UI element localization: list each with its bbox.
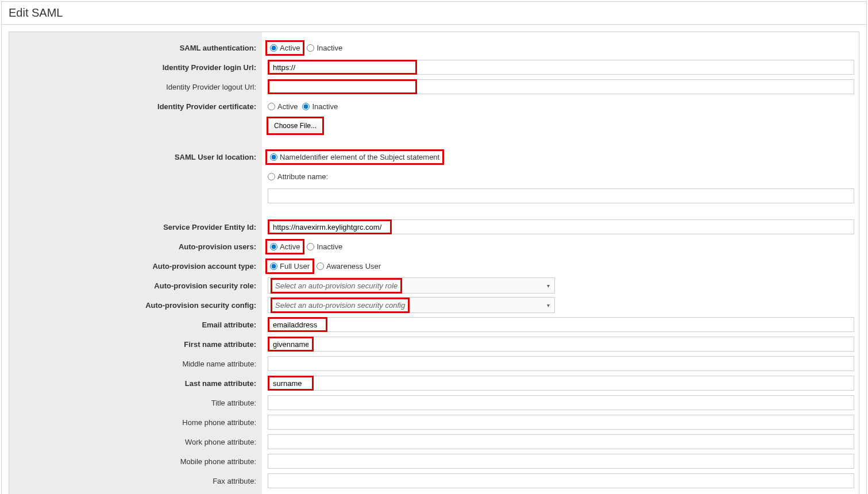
- choose-file-button[interactable]: Choose File...: [268, 118, 323, 134]
- page-title: Edit SAML: [2, 2, 866, 25]
- label-title-attr: Title attribute:: [211, 399, 256, 407]
- auto-prov-account-fulluser-group: Full User: [268, 261, 312, 272]
- label-first-name-attr: First name attribute:: [184, 340, 256, 349]
- idp-logout-input[interactable]: [268, 79, 417, 94]
- auto-prov-users-active-label: Active: [280, 242, 300, 251]
- email-attr-input[interactable]: [268, 317, 327, 332]
- userid-nameidentifier-group: NameIdentifier element of the Subject st…: [268, 152, 442, 163]
- security-role-value: Select an auto-provision security role: [273, 280, 400, 291]
- saml-auth-active-radio[interactable]: [270, 44, 277, 52]
- home-phone-attr-input[interactable]: [268, 415, 854, 430]
- label-saml-auth: SAML authentication:: [180, 44, 256, 52]
- first-name-attr-input[interactable]: [268, 337, 314, 352]
- field-column: Active Inactive Active Inactive Choose F…: [262, 32, 859, 494]
- label-home-phone-attr: Home phone attribute:: [182, 418, 256, 427]
- auto-prov-account-awareness-radio[interactable]: [317, 263, 324, 270]
- idp-login-input-ext[interactable]: [417, 60, 854, 75]
- middle-name-attr-input[interactable]: [268, 356, 854, 371]
- auto-prov-account-fulluser-label: Full User: [280, 262, 310, 271]
- label-idp-cert: Identity Provider certificate:: [157, 102, 256, 111]
- sp-entity-input[interactable]: [268, 219, 392, 234]
- saml-auth-active-group: Active: [268, 43, 302, 53]
- auto-prov-account-awareness-label: Awareness User: [326, 262, 381, 271]
- security-role-select[interactable]: Select an auto-provision security role ▾: [268, 277, 555, 294]
- idp-cert-inactive-radio[interactable]: [302, 103, 310, 110]
- last-name-attr-input-ext[interactable]: [314, 376, 854, 391]
- label-sp-entity: Service Provider Entity Id:: [163, 223, 256, 231]
- idp-cert-inactive-label: Inactive: [312, 102, 338, 111]
- title-attr-input[interactable]: [268, 395, 854, 410]
- label-auto-prov-role: Auto-provision security role:: [154, 281, 256, 290]
- security-config-value: Select an auto-provision security config: [273, 300, 407, 311]
- chevron-down-icon: ▾: [547, 283, 550, 289]
- label-column: SAML authentication: Identity Provider l…: [9, 32, 262, 494]
- sp-entity-input-ext[interactable]: [392, 219, 854, 234]
- label-email-attr: Email attribute:: [202, 321, 256, 329]
- label-last-name-attr: Last name attribute:: [185, 379, 256, 388]
- label-auto-prov-config: Auto-provision security config:: [145, 301, 256, 310]
- chevron-down-icon: ▾: [547, 302, 550, 308]
- label-idp-login: Identity Provider login Url:: [163, 63, 256, 72]
- label-work-phone-attr: Work phone attribute:: [185, 438, 256, 446]
- userid-attribute-radio[interactable]: [268, 173, 275, 180]
- userid-attribute-label: Attribute name:: [277, 172, 328, 181]
- label-mobile-phone-attr: Mobile phone attribute:: [180, 457, 256, 466]
- idp-cert-active-radio[interactable]: [268, 103, 275, 110]
- email-attr-input-ext[interactable]: [327, 317, 854, 332]
- auto-prov-users-inactive-label: Inactive: [317, 242, 342, 251]
- form-content: SAML authentication: Identity Provider l…: [9, 32, 859, 494]
- userid-nameidentifier-label: NameIdentifier element of the Subject st…: [280, 153, 439, 161]
- label-auto-prov-users: Auto-provision users:: [179, 242, 256, 251]
- work-phone-attr-input[interactable]: [268, 434, 854, 449]
- label-auto-prov-account: Auto-provision account type:: [152, 262, 256, 271]
- idp-cert-active-label: Active: [277, 102, 298, 111]
- label-userid-loc: SAML User Id location:: [175, 153, 256, 161]
- security-config-select[interactable]: Select an auto-provision security config…: [268, 297, 555, 313]
- label-middle-name-attr: Middle name attribute:: [182, 360, 256, 368]
- saml-auth-inactive-radio[interactable]: [307, 44, 314, 52]
- auto-prov-account-fulluser-radio[interactable]: [270, 263, 277, 270]
- idp-logout-input-ext[interactable]: [417, 79, 854, 94]
- edit-saml-page: Edit SAML SAML authentication: Identity …: [1, 1, 867, 494]
- userid-nameidentifier-radio[interactable]: [270, 153, 277, 161]
- idp-login-input[interactable]: [268, 60, 417, 75]
- auto-prov-users-inactive-radio[interactable]: [307, 243, 314, 250]
- label-idp-logout: Identity Provider logout Url:: [166, 83, 256, 91]
- attribute-name-input[interactable]: [268, 188, 854, 203]
- first-name-attr-input-ext[interactable]: [314, 337, 854, 352]
- fax-attr-input[interactable]: [268, 473, 854, 488]
- saml-auth-active-label: Active: [280, 44, 300, 52]
- saml-auth-inactive-label: Inactive: [317, 44, 342, 52]
- auto-prov-users-active-group: Active: [268, 241, 302, 252]
- last-name-attr-input[interactable]: [268, 376, 314, 391]
- label-fax-attr: Fax attribute:: [213, 477, 256, 485]
- mobile-phone-attr-input[interactable]: [268, 454, 854, 469]
- auto-prov-users-active-radio[interactable]: [270, 243, 277, 250]
